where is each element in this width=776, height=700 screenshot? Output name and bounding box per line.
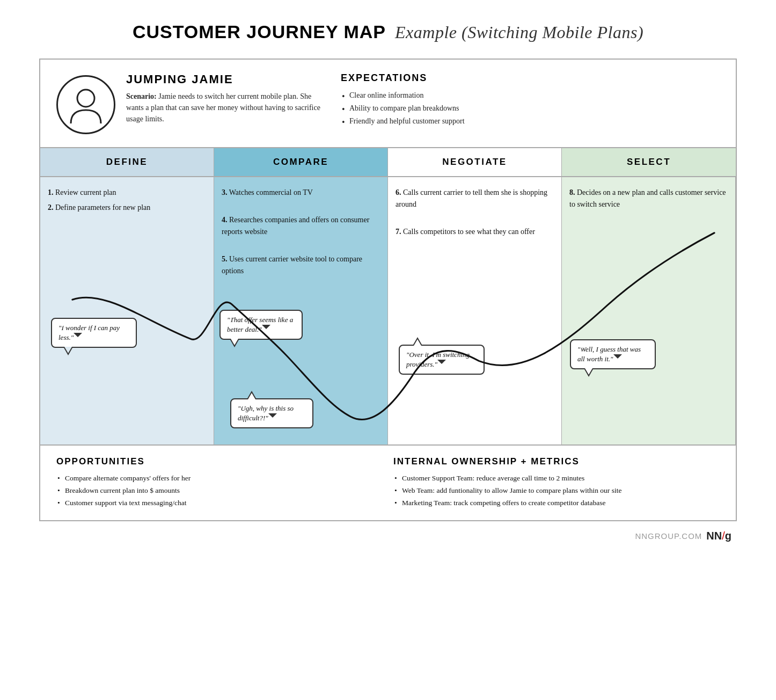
opportunities-list: Compare alternate companys' offers for h… [56, 472, 383, 509]
expectations-section: EXPECTATIONS Clear online information Ab… [341, 72, 720, 127]
stage-compare-header: COMPARE [214, 148, 388, 176]
define-bubble: "I wonder if I can pay less." [51, 318, 137, 348]
negotiate-step-7: 7. Calls competitors to see what they ca… [396, 226, 554, 238]
journey-col-define: 1. Review current plan 2. Define paramet… [40, 177, 214, 444]
list-item: Web Team: add funtionality to allow Jami… [393, 485, 720, 497]
negotiate-step-6: 6. Calls current carrier to tell them sh… [396, 187, 554, 211]
journey-col-negotiate: 6. Calls current carrier to tell them sh… [388, 177, 562, 444]
list-item: Clear online information [341, 89, 720, 102]
persona-scenario: Scenario: Jamie needs to switch her curr… [126, 91, 330, 125]
persona-info: JUMPING JAMIE Scenario: Jamie needs to s… [126, 72, 330, 125]
journey-col-select: 8. Decides on a new plan and calls custo… [562, 177, 736, 444]
compare-step-5: 5. Uses current carrier website tool to … [222, 253, 380, 278]
expectations-list: Clear online information Ability to comp… [341, 89, 720, 127]
list-item: Breakdown current plan into $ amounts [56, 485, 383, 497]
define-bubble-text: "I wonder if I can pay less." [58, 324, 120, 341]
negotiate-content: 6. Calls current carrier to tell them sh… [396, 187, 554, 238]
journey-area: 1. Review current plan 2. Define paramet… [40, 177, 736, 446]
negotiate-bubble: "Over it. I'm switching providers." [399, 345, 485, 375]
compare-bubble1: "That offer seems like a better deal." [219, 310, 303, 340]
list-item: Marketing Team: track competing offers t… [393, 497, 720, 509]
opportunities-title: OPPORTUNITIES [56, 456, 383, 467]
define-step-1: 1. Review current plan [48, 187, 206, 199]
select-step-8: 8. Decides on a new plan and calls custo… [569, 187, 728, 211]
stage-negotiate-header: NEGOTIATE [388, 148, 562, 176]
list-item: Customer Support Team: reduce average ca… [393, 472, 720, 485]
bottom-section: OPPORTUNITIES Compare alternate companys… [40, 446, 736, 520]
internal-panel: INTERNAL OWNERSHIP + METRICS Customer Su… [393, 456, 720, 509]
stages-row: DEFINE COMPARE NEGOTIATE SELECT [40, 148, 736, 177]
define-step-2: 2. Define parameters for new plan [48, 202, 206, 214]
stage-select-header: SELECT [562, 148, 736, 176]
page-title: CUSTOMER JOURNEY MAP Example (Switching … [133, 21, 643, 42]
compare-bubble2: "Ugh, why is this so difficult?!" [230, 398, 313, 428]
define-content: 1. Review current plan 2. Define paramet… [48, 187, 206, 214]
compare-step-4: 4. Researches companies and offers on co… [222, 214, 380, 238]
list-item: Customer support via text messaging/chat [56, 497, 383, 509]
negotiate-bubble-text: "Over it. I'm switching providers." [406, 351, 470, 368]
scenario-label: Scenario: [126, 92, 157, 100]
select-bubble-text: "Well, I guess that was all worth it." [577, 345, 641, 363]
svg-point-0 [77, 90, 94, 107]
stage-define-header: DEFINE [40, 148, 214, 176]
compare-step-3: 3. Watches commercial on TV [222, 187, 380, 199]
avatar [56, 75, 115, 134]
expectations-title: EXPECTATIONS [341, 72, 720, 84]
journey-col-compare: 3. Watches commercial on TV 4. Researche… [214, 177, 388, 444]
internal-title: INTERNAL OWNERSHIP + METRICS [393, 456, 720, 467]
opportunities-panel: OPPORTUNITIES Compare alternate companys… [56, 456, 383, 509]
list-item: Compare alternate companys' offers for h… [56, 472, 383, 485]
compare-bubble2-text: "Ugh, why is this so difficult?!" [238, 404, 294, 422]
main-container: JUMPING JAMIE Scenario: Jamie needs to s… [39, 59, 737, 521]
persona-name: JUMPING JAMIE [126, 72, 330, 86]
list-item: Ability to compare plan breakdowns [341, 102, 720, 115]
title-bold: CUSTOMER JOURNEY MAP [133, 21, 386, 42]
branding: NNGROUP.COM NN/g [39, 530, 737, 542]
list-item: Friendly and helpful customer support [341, 115, 720, 128]
branding-logo: NN/g [706, 530, 731, 542]
branding-url: NNGROUP.COM [635, 531, 702, 541]
select-bubble: "Well, I guess that was all worth it." [570, 339, 656, 369]
compare-content: 3. Watches commercial on TV 4. Researche… [222, 187, 380, 278]
internal-list: Customer Support Team: reduce average ca… [393, 472, 720, 509]
select-content: 8. Decides on a new plan and calls custo… [569, 187, 728, 211]
title-italic: Example (Switching Mobile Plans) [395, 23, 643, 42]
compare-bubble1-text: "That offer seems like a better deal." [227, 316, 293, 333]
persona-section: JUMPING JAMIE Scenario: Jamie needs to s… [40, 60, 736, 148]
